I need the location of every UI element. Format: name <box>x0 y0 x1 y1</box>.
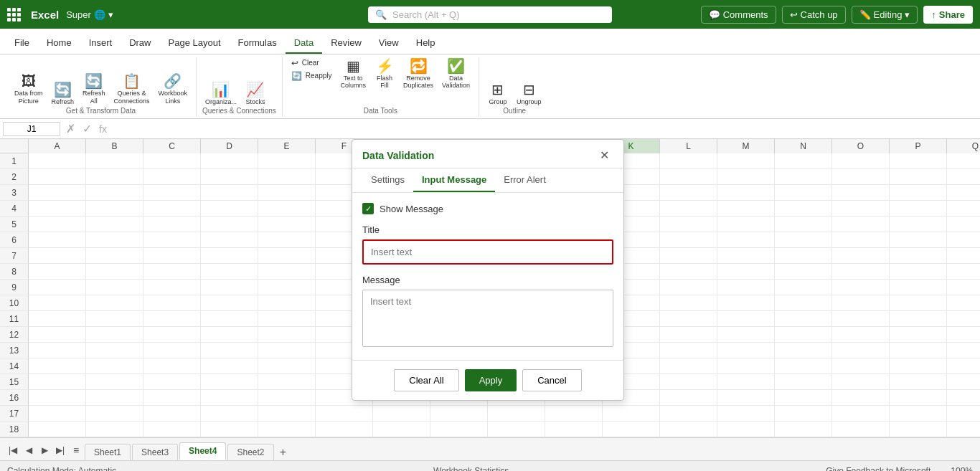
cell-L16[interactable] <box>660 390 717 406</box>
cell-C6[interactable] <box>143 232 201 248</box>
cell-Q2[interactable] <box>947 169 980 185</box>
cell-O9[interactable] <box>832 280 890 295</box>
cell-O6[interactable] <box>832 232 890 248</box>
cell-C15[interactable] <box>143 374 201 390</box>
cell-B2[interactable] <box>86 169 143 185</box>
cell-Q6[interactable] <box>947 232 980 248</box>
cell-L12[interactable] <box>660 327 717 343</box>
cell-C4[interactable] <box>143 201 201 217</box>
sheet-list-icon[interactable]: ≡ <box>70 444 82 456</box>
cell-A8[interactable] <box>29 264 86 280</box>
cell-A10[interactable] <box>29 295 86 311</box>
cell-B7[interactable] <box>86 248 143 264</box>
cell-N5[interactable] <box>775 217 832 232</box>
feedback-link[interactable]: Give Feedback to Microsoft <box>826 466 930 472</box>
cell-P16[interactable] <box>890 390 947 406</box>
cell-P5[interactable] <box>890 217 947 232</box>
cell-N11[interactable] <box>775 311 832 327</box>
cell-P12[interactable] <box>890 327 947 343</box>
cell-P1[interactable] <box>890 153 947 169</box>
cancel-button[interactable]: Cancel <box>522 369 581 391</box>
cell-L9[interactable] <box>660 280 717 295</box>
cell-N12[interactable] <box>775 327 832 343</box>
sheet-nav-next[interactable]: ▶ <box>37 443 52 457</box>
cell-H18[interactable] <box>430 422 488 437</box>
cell-O13[interactable] <box>832 343 890 358</box>
cell-O16[interactable] <box>832 390 890 406</box>
cell-G17[interactable] <box>373 406 430 422</box>
ribbon-item-data-from-picture[interactable]: 🖼 Data fromPicture <box>11 72 46 107</box>
cell-B4[interactable] <box>86 201 143 217</box>
cell-L8[interactable] <box>660 264 717 280</box>
cell-N8[interactable] <box>775 264 832 280</box>
cell-B16[interactable] <box>86 390 143 406</box>
cell-Q7[interactable] <box>947 248 980 264</box>
cell-A3[interactable] <box>29 185 86 201</box>
cell-A15[interactable] <box>29 374 86 390</box>
cell-P7[interactable] <box>890 248 947 264</box>
cell-P4[interactable] <box>890 201 947 217</box>
cell-F17[interactable] <box>316 406 373 422</box>
cell-O18[interactable] <box>832 422 890 437</box>
cell-C10[interactable] <box>143 295 201 311</box>
cell-C16[interactable] <box>143 390 201 406</box>
cell-A18[interactable] <box>29 422 86 437</box>
cell-M12[interactable] <box>717 327 775 343</box>
cell-G18[interactable] <box>373 422 430 437</box>
cell-M8[interactable] <box>717 264 775 280</box>
cell-E11[interactable] <box>258 311 316 327</box>
cell-E6[interactable] <box>258 232 316 248</box>
cell-N16[interactable] <box>775 390 832 406</box>
cell-D4[interactable] <box>201 201 258 217</box>
cell-M6[interactable] <box>717 232 775 248</box>
cell-O1[interactable] <box>832 153 890 169</box>
cell-A13[interactable] <box>29 343 86 358</box>
cell-B6[interactable] <box>86 232 143 248</box>
cell-K17[interactable] <box>603 406 660 422</box>
cell-P17[interactable] <box>890 406 947 422</box>
cell-D8[interactable] <box>201 264 258 280</box>
editing-button[interactable]: ✏️ Editing ▾ <box>852 6 918 24</box>
add-sheet-button[interactable]: + <box>275 444 291 460</box>
cell-D2[interactable] <box>201 169 258 185</box>
cell-Q12[interactable] <box>947 327 980 343</box>
cell-D18[interactable] <box>201 422 258 437</box>
cell-N9[interactable] <box>775 280 832 295</box>
cell-D12[interactable] <box>201 327 258 343</box>
share-button[interactable]: ↑ Share <box>923 6 973 24</box>
cell-P15[interactable] <box>890 374 947 390</box>
cell-M4[interactable] <box>717 201 775 217</box>
cell-D13[interactable] <box>201 343 258 358</box>
cell-B1[interactable] <box>86 153 143 169</box>
ribbon-item-refresh-all[interactable]: 🔄 RefreshAll <box>80 72 108 107</box>
ribbon-item-reapply[interactable]: 🔄 Reapply <box>288 70 335 82</box>
cell-A16[interactable] <box>29 390 86 406</box>
cell-O15[interactable] <box>832 374 890 390</box>
modal-tab-input-message[interactable]: Input Message <box>413 168 495 192</box>
cell-C17[interactable] <box>143 406 201 422</box>
cell-E4[interactable] <box>258 201 316 217</box>
cell-O12[interactable] <box>832 327 890 343</box>
sheet-tab-sheet1[interactable]: Sheet1 <box>85 444 131 460</box>
cell-L2[interactable] <box>660 169 717 185</box>
sheet-nav-first[interactable]: |◀ <box>6 443 20 457</box>
workbook-statistics[interactable]: Workbook Statistics <box>433 466 509 472</box>
cell-P18[interactable] <box>890 422 947 437</box>
cell-E15[interactable] <box>258 374 316 390</box>
cell-Q8[interactable] <box>947 264 980 280</box>
catchup-button[interactable]: ↩ Catch up <box>782 6 846 24</box>
cell-J17[interactable] <box>545 406 603 422</box>
tab-home[interactable]: Home <box>38 33 80 54</box>
cell-Q14[interactable] <box>947 358 980 374</box>
sheet-tab-sheet2[interactable]: Sheet2 <box>227 444 273 460</box>
cell-N1[interactable] <box>775 153 832 169</box>
cell-N15[interactable] <box>775 374 832 390</box>
cell-O11[interactable] <box>832 311 890 327</box>
cell-B3[interactable] <box>86 185 143 201</box>
sheet-tab-sheet4[interactable]: Sheet4 <box>179 442 226 460</box>
cell-M16[interactable] <box>717 390 775 406</box>
cell-I18[interactable] <box>488 422 545 437</box>
cell-B15[interactable] <box>86 374 143 390</box>
cell-A1[interactable] <box>29 153 86 169</box>
cell-C14[interactable] <box>143 358 201 374</box>
